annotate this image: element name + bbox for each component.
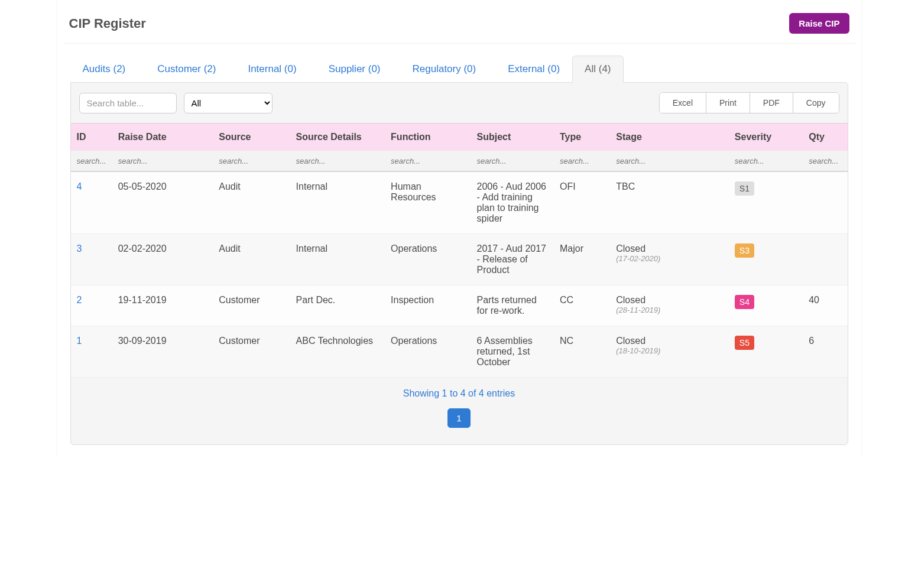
- col-header-stage[interactable]: Stage: [610, 124, 729, 151]
- cell-source_details: Internal: [290, 171, 385, 234]
- cell-function: Inspection: [385, 285, 471, 326]
- cell-severity: S5: [729, 326, 803, 378]
- severity-badge: S1: [735, 181, 754, 196]
- col-search-function[interactable]: [391, 157, 465, 165]
- col-search-source[interactable]: [219, 157, 284, 165]
- col-header-raise_date[interactable]: Raise Date: [112, 124, 213, 151]
- col-header-source[interactable]: Source: [213, 124, 290, 151]
- cell-severity: S3: [729, 234, 803, 285]
- cell-source_details: Internal: [290, 234, 385, 285]
- cell-severity: S1: [729, 171, 803, 234]
- cell-id[interactable]: 1: [71, 326, 112, 378]
- cell-id[interactable]: 4: [71, 171, 112, 234]
- col-header-source_details[interactable]: Source Details: [290, 124, 385, 151]
- search-input[interactable]: [79, 93, 177, 113]
- stage-text: Closed: [616, 295, 723, 306]
- col-search-qty[interactable]: [809, 157, 841, 165]
- tab-audits-2[interactable]: Audits (2): [70, 56, 138, 82]
- cell-source: Audit: [213, 234, 290, 285]
- col-header-id[interactable]: ID: [71, 124, 112, 151]
- cell-type: OFI: [554, 171, 610, 234]
- cell-qty: [803, 171, 847, 234]
- cell-raise_date: 02-02-2020: [112, 234, 213, 285]
- cell-type: CC: [554, 285, 610, 326]
- cell-type: Major: [554, 234, 610, 285]
- col-header-severity[interactable]: Severity: [729, 124, 803, 151]
- table-row: 302-02-2020AuditInternalOperations2017 -…: [71, 234, 848, 285]
- pagination: 1: [71, 405, 848, 444]
- export-print-button[interactable]: Print: [706, 93, 750, 113]
- tab-external-0[interactable]: External (0): [495, 56, 572, 82]
- export-pdf-button[interactable]: PDF: [750, 93, 793, 113]
- cell-function: Human Resources: [385, 171, 471, 234]
- col-header-qty[interactable]: Qty: [803, 124, 847, 151]
- table-row: 219-11-2019CustomerPart Dec.InspectionPa…: [71, 285, 848, 326]
- col-search-subject[interactable]: [477, 157, 548, 165]
- col-search-severity[interactable]: [735, 157, 797, 165]
- export-copy-button[interactable]: Copy: [793, 93, 839, 113]
- raise-cip-button[interactable]: Raise CIP: [789, 13, 849, 34]
- severity-badge: S4: [735, 295, 754, 309]
- cell-stage: Closed(18-10-2019): [610, 326, 729, 378]
- severity-badge: S3: [735, 243, 754, 258]
- cell-stage: TBC: [610, 171, 729, 234]
- cell-qty: 40: [803, 285, 847, 326]
- cell-raise_date: 05-05-2020: [112, 171, 213, 234]
- filter-select[interactable]: All: [184, 93, 273, 113]
- stage-date: (18-10-2019): [616, 346, 723, 355]
- col-search-stage[interactable]: [616, 157, 723, 165]
- cip-table: IDRaise DateSourceSource DetailsFunction…: [71, 123, 848, 378]
- cell-type: NC: [554, 326, 610, 378]
- cell-subject: 2006 - Aud 2006 - Add training plan to t…: [471, 171, 554, 234]
- cell-source: Customer: [213, 326, 290, 378]
- export-excel-button[interactable]: Excel: [660, 93, 706, 113]
- cell-source_details: Part Dec.: [290, 285, 385, 326]
- col-search-raise_date[interactable]: [118, 157, 207, 165]
- stage-date: (28-11-2019): [616, 306, 723, 314]
- id-link[interactable]: 3: [77, 243, 82, 254]
- cell-source: Customer: [213, 285, 290, 326]
- tabs: Audits (2)Customer (2)Internal (0)Suppli…: [63, 44, 855, 82]
- cell-id[interactable]: 3: [71, 234, 112, 285]
- table-row: 405-05-2020AuditInternalHuman Resources2…: [71, 171, 848, 234]
- page-title: CIP Register: [69, 16, 146, 31]
- page-1-button[interactable]: 1: [447, 408, 470, 428]
- cell-source: Audit: [213, 171, 290, 234]
- col-search-id[interactable]: [77, 157, 106, 165]
- tab-internal-0[interactable]: Internal (0): [235, 56, 309, 82]
- tab-customer-2[interactable]: Customer (2): [145, 56, 228, 82]
- cell-subject: 2017 - Aud 2017 - Release of Product: [471, 234, 554, 285]
- cell-qty: 6: [803, 326, 847, 378]
- cell-stage: Closed(17-02-2020): [610, 234, 729, 285]
- cell-id[interactable]: 2: [71, 285, 112, 326]
- stage-date: (17-02-2020): [616, 254, 723, 263]
- col-search-type[interactable]: [560, 157, 604, 165]
- col-header-subject[interactable]: Subject: [471, 124, 554, 151]
- col-header-function[interactable]: Function: [385, 124, 471, 151]
- id-link[interactable]: 4: [77, 181, 82, 191]
- tab-supplier-0[interactable]: Supplier (0): [316, 56, 393, 82]
- cell-subject: Parts returned for re-work.: [471, 285, 554, 326]
- export-group: Excel Print PDF Copy: [659, 92, 839, 113]
- stage-text: TBC: [616, 181, 723, 192]
- cell-stage: Closed(28-11-2019): [610, 285, 729, 326]
- cell-raise_date: 30-09-2019: [112, 326, 213, 378]
- col-search-source_details[interactable]: [296, 157, 379, 165]
- cell-subject: 6 Assemblies returned, 1st October: [471, 326, 554, 378]
- tab-all-4[interactable]: All (4): [572, 56, 623, 83]
- severity-badge: S5: [735, 336, 754, 350]
- stage-text: Closed: [616, 336, 723, 346]
- cell-raise_date: 19-11-2019: [112, 285, 213, 326]
- id-link[interactable]: 1: [77, 336, 82, 346]
- stage-text: Closed: [616, 243, 723, 254]
- id-link[interactable]: 2: [77, 295, 82, 305]
- cell-function: Operations: [385, 326, 471, 378]
- cell-severity: S4: [729, 285, 803, 326]
- col-header-type[interactable]: Type: [554, 124, 610, 151]
- cell-source_details: ABC Technologies: [290, 326, 385, 378]
- tab-regulatory-0[interactable]: Regulatory (0): [400, 56, 489, 82]
- table-row: 130-09-2019CustomerABC TechnologiesOpera…: [71, 326, 848, 378]
- entries-info: Showing 1 to 4 of 4 entries: [71, 378, 848, 405]
- cell-qty: [803, 234, 847, 285]
- cell-function: Operations: [385, 234, 471, 285]
